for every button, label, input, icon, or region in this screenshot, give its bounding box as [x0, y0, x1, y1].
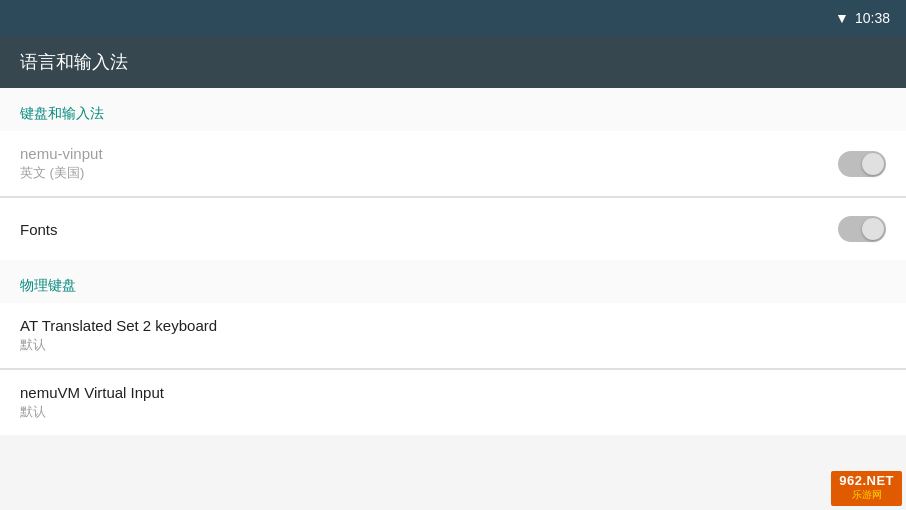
- watermark-box: 962.NET 乐游网: [831, 471, 902, 506]
- status-icons: ▼ 10:38: [835, 10, 890, 26]
- nemu-virtual-item[interactable]: nemuVM Virtual Input 默认: [0, 370, 906, 435]
- page-title: 语言和输入法: [20, 50, 128, 74]
- nemu-virtual-content: nemuVM Virtual Input 默认: [20, 384, 164, 421]
- nemu-virtual-subtitle: 默认: [20, 403, 164, 421]
- physical-keyboard-section-title: 物理键盘: [20, 277, 76, 293]
- watermark-bottom-text: 乐游网: [839, 488, 894, 502]
- at-keyboard-content: AT Translated Set 2 keyboard 默认: [20, 317, 217, 354]
- watermark: 962.NET 乐游网: [831, 471, 902, 506]
- settings-content: 键盘和输入法 nemu-vinput 英文 (美国) Fonts: [0, 88, 906, 435]
- watermark-top-text: 962.NET: [839, 473, 894, 488]
- time-display: 10:38: [855, 10, 890, 26]
- fonts-content: Fonts: [20, 221, 58, 238]
- keyboard-section: 键盘和输入法 nemu-vinput 英文 (美国) Fonts: [0, 88, 906, 260]
- wifi-icon: ▼: [835, 10, 849, 26]
- nemu-vinput-subtitle: 英文 (美国): [20, 164, 103, 182]
- fonts-title: Fonts: [20, 221, 58, 238]
- title-bar: 语言和输入法: [0, 36, 906, 88]
- nemu-vinput-toggle-knob: [862, 153, 884, 175]
- physical-keyboard-section: 物理键盘 AT Translated Set 2 keyboard 默认 nem…: [0, 260, 906, 435]
- at-keyboard-item[interactable]: AT Translated Set 2 keyboard 默认: [0, 303, 906, 369]
- nemu-vinput-item[interactable]: nemu-vinput 英文 (美国): [0, 131, 906, 197]
- physical-keyboard-items-block: AT Translated Set 2 keyboard 默认 nemuVM V…: [0, 303, 906, 435]
- keyboard-section-header: 键盘和输入法: [0, 88, 906, 131]
- fonts-toggle[interactable]: [838, 216, 886, 242]
- nemu-virtual-title: nemuVM Virtual Input: [20, 384, 164, 401]
- fonts-item[interactable]: Fonts: [0, 198, 906, 260]
- keyboard-section-title: 键盘和输入法: [20, 105, 104, 121]
- at-keyboard-subtitle: 默认: [20, 336, 217, 354]
- nemu-vinput-title: nemu-vinput: [20, 145, 103, 162]
- nemu-vinput-content: nemu-vinput 英文 (美国): [20, 145, 103, 182]
- nemu-vinput-toggle[interactable]: [838, 151, 886, 177]
- status-bar: ▼ 10:38: [0, 0, 906, 36]
- at-keyboard-title: AT Translated Set 2 keyboard: [20, 317, 217, 334]
- fonts-toggle-knob: [862, 218, 884, 240]
- physical-keyboard-section-header: 物理键盘: [0, 260, 906, 303]
- keyboard-items-block: nemu-vinput 英文 (美国) Fonts: [0, 131, 906, 260]
